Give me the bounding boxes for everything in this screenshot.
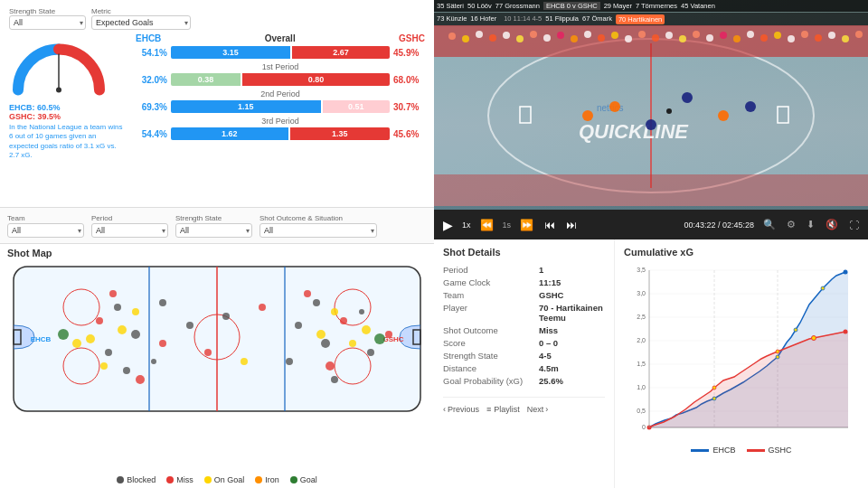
shot-dot[interactable] — [118, 325, 127, 334]
legend-goal-dot — [290, 476, 297, 483]
shot-dot[interactable] — [86, 334, 95, 343]
svg-point-21 — [448, 33, 456, 40]
p1-gshc-pct: 68.0% — [393, 75, 425, 85]
shot-dot[interactable] — [222, 313, 230, 320]
shot-dot[interactable] — [359, 309, 364, 314]
team-filter-select[interactable]: AllEHCBGSHC — [7, 223, 84, 238]
prev-button[interactable]: ‹ Previous — [443, 405, 479, 414]
shot-dot[interactable] — [321, 339, 330, 348]
shot-dot[interactable] — [159, 299, 166, 306]
period-filter-label: Period — [91, 214, 168, 222]
shot-dot[interactable] — [241, 358, 248, 365]
svg-point-38 — [679, 35, 686, 42]
shot-dot[interactable] — [100, 362, 108, 370]
shot-dot[interactable] — [313, 299, 320, 306]
prev-clip-button[interactable]: ⏮ — [542, 219, 557, 231]
svg-point-22 — [462, 35, 469, 42]
svg-point-37 — [665, 32, 673, 39]
shot-dot[interactable] — [316, 330, 326, 339]
shot-dot[interactable] — [304, 290, 311, 297]
shot-dot[interactable] — [123, 367, 130, 374]
shot-dot[interactable] — [159, 340, 166, 347]
shot-legend: Blocked Miss On Goal Iron Goal — [7, 475, 427, 484]
shot-map-rink[interactable]: EHCB GSHC — [7, 262, 427, 416]
xg-chart: 3,5 3,0 2,5 2,0 1,5 1,0 0,5 0 — [624, 261, 859, 442]
situation-filter-select[interactable]: AllBlockedMissOn GoalIronGoal — [259, 223, 377, 238]
player-key: Player — [443, 303, 533, 323]
shot-dot[interactable] — [131, 330, 140, 339]
mute-button[interactable]: 🔇 — [824, 219, 840, 230]
shot-dot[interactable] — [114, 304, 121, 311]
p2-gshc-pct: 30.7% — [393, 102, 425, 112]
shot-dot[interactable] — [331, 308, 338, 315]
shot-dot[interactable] — [362, 325, 371, 334]
next-button[interactable]: Next › — [527, 405, 549, 414]
svg-point-49 — [828, 32, 835, 39]
svg-point-83 — [712, 397, 716, 400]
search-video-button[interactable]: 🔍 — [761, 219, 778, 230]
p3-gshc-bar: 1.35 — [290, 127, 390, 140]
shot-dot[interactable] — [367, 349, 374, 356]
shot-dot[interactable] — [340, 317, 347, 324]
svg-point-85 — [794, 328, 797, 332]
shot-dot[interactable] — [331, 376, 338, 383]
playlist-button[interactable]: ≡ Playlist — [486, 405, 520, 414]
svg-point-39 — [693, 31, 700, 38]
shot-dot[interactable] — [105, 349, 112, 356]
svg-point-33 — [611, 32, 618, 39]
settings-button[interactable]: ⚙ — [785, 219, 797, 230]
shot-dot[interactable] — [136, 375, 145, 384]
strength-state-select-top[interactable]: All5v5PPPK — [9, 15, 86, 30]
video-time: 00:43:22 / 02:45:28 — [684, 221, 754, 230]
shot-dot[interactable] — [295, 322, 302, 329]
legend-ongoal-label: On Goal — [214, 475, 245, 484]
legend-goal-label: Goal — [300, 475, 317, 484]
period3-label: 3rd Period — [136, 117, 425, 126]
download-button[interactable]: ⬇ — [805, 219, 816, 230]
metric-select[interactable]: Expected GoalsGoalsShots — [91, 15, 191, 30]
svg-point-57 — [745, 101, 756, 112]
player-name-7: 73 Künzle — [437, 14, 467, 24]
situation-filter-label: Shot Outcome & Situation — [259, 214, 377, 222]
rewind-button[interactable]: ⏪ — [478, 219, 495, 231]
highlighted-player: 70 Hartikainen — [616, 14, 665, 24]
shot-dot[interactable] — [58, 329, 69, 340]
ehcb-legend-label: EHCB — [712, 446, 735, 455]
playlist-icon: ≡ — [486, 405, 491, 414]
svg-text:0: 0 — [642, 424, 646, 430]
shot-dot[interactable] — [349, 340, 356, 347]
shot-dot[interactable] — [109, 290, 117, 297]
forward-button[interactable]: ⏩ — [518, 219, 535, 231]
score-display: EHCB 0 v GSHC — [543, 2, 600, 10]
gauge-note: In the National League a team wins 6 out… — [9, 123, 127, 161]
shot-dot[interactable] — [186, 322, 193, 329]
overall-ehcb-bar: 3.15 — [171, 46, 290, 59]
shot-dot[interactable] — [374, 333, 385, 344]
clock-key: Game Clock — [443, 277, 533, 287]
svg-point-40 — [706, 34, 713, 42]
next-clip-button[interactable]: ⏭ — [564, 219, 579, 231]
gshc-legend-line — [747, 449, 765, 452]
next-arrow: › — [545, 405, 548, 414]
gshc-header: GSHC — [399, 33, 425, 43]
fullscreen-button[interactable]: ⛶ — [847, 220, 861, 230]
team-key: Team — [443, 290, 533, 300]
overall-ehcb-pct: 54.1% — [136, 48, 167, 58]
period-filter-select[interactable]: All123 — [91, 223, 168, 238]
shot-dot[interactable] — [259, 304, 266, 311]
shot-dot[interactable] — [326, 361, 335, 371]
svg-point-47 — [801, 31, 808, 38]
metric-label: Metric — [91, 7, 191, 15]
shot-dot[interactable] — [151, 359, 156, 364]
shot-dot[interactable] — [96, 317, 103, 324]
strength-filter-select[interactable]: All5v5PPPK — [175, 223, 252, 238]
play-button[interactable]: ▶ — [441, 218, 455, 232]
distance-val: 4.5m — [539, 363, 559, 373]
shot-dot[interactable] — [204, 349, 212, 356]
svg-text:1,0: 1,0 — [637, 384, 646, 390]
shot-dot[interactable] — [385, 331, 392, 338]
svg-point-29 — [557, 32, 564, 39]
shot-dot[interactable] — [72, 339, 81, 348]
shot-dot[interactable] — [286, 358, 293, 365]
shot-dot[interactable] — [132, 308, 139, 315]
